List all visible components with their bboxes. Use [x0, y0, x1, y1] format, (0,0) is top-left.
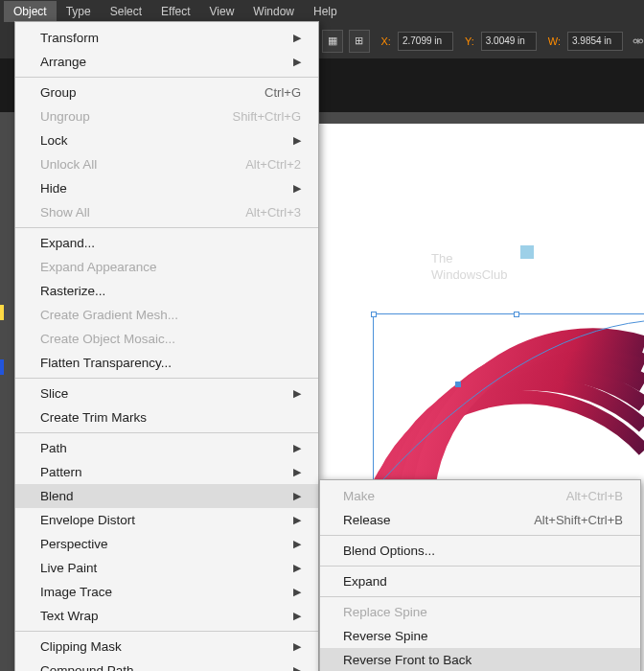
submenu-arrow-icon: ▶ [293, 466, 301, 478]
object-menu-item-hide[interactable]: Hide▶ [15, 176, 318, 200]
blend-menu-item-reverse-front-to-back[interactable]: Reverse Front to Back [320, 648, 640, 671]
menu-item-label: Expand [343, 574, 387, 589]
submenu-arrow-icon: ▶ [293, 182, 301, 195]
blend-menu-item-make: MakeAlt+Ctrl+B [320, 484, 640, 508]
menu-shortcut: Alt+Ctrl+2 [245, 157, 301, 172]
menu-item-label: Envelope Distort [40, 513, 135, 527]
menu-item-label: Path [40, 441, 67, 455]
menu-item-label: Slice [40, 386, 68, 401]
object-menu-item-separator [15, 227, 318, 228]
menu-item-label: Reverse Front to Back [343, 653, 472, 667]
menu-item-label: Make [343, 489, 375, 503]
object-menu-item-clipping-mask[interactable]: Clipping Mask▶ [15, 635, 318, 659]
menu-item-label: Replace Spine [343, 605, 427, 619]
menu-item-label: Transform [40, 31, 99, 45]
menu-shortcut: Ctrl+G [264, 85, 301, 100]
object-menu-item-separator [15, 378, 318, 379]
submenu-arrow-icon: ▶ [293, 387, 301, 400]
object-menu-item-arrange[interactable]: Arrange▶ [15, 50, 318, 74]
object-menu-item-text-wrap[interactable]: Text Wrap▶ [15, 604, 318, 628]
menu-item-label: Image Trace [40, 585, 112, 599]
menu-item-label: Blend Options... [343, 544, 435, 558]
submenu-arrow-icon: ▶ [293, 664, 301, 671]
object-menu-item-rasterize[interactable]: Rasterize... [15, 279, 318, 303]
submenu-arrow-icon: ▶ [293, 442, 301, 454]
menu-shortcut: Alt+Ctrl+3 [245, 205, 301, 220]
blend-menu-item-expand[interactable]: Expand [320, 569, 640, 593]
blend-menu-item-replace-spine: Replace Spine [320, 600, 640, 624]
object-dropdown: Transform▶Arrange▶GroupCtrl+GUngroupShif… [14, 21, 319, 671]
menu-item-label: Create Gradient Mesh... [40, 308, 178, 322]
menu-item-label: Release [343, 513, 391, 527]
menu-item-label: Show All [40, 205, 90, 220]
object-menu-item-live-paint[interactable]: Live Paint▶ [15, 556, 318, 580]
menu-item-label: Compound Path [40, 663, 134, 671]
selection-handle[interactable] [514, 312, 519, 317]
blend-menu-item-blend-options[interactable]: Blend Options... [320, 539, 640, 563]
object-menu-item-separator [15, 432, 318, 433]
object-menu-item-transform[interactable]: Transform▶ [15, 26, 318, 50]
blend-submenu: MakeAlt+Ctrl+BReleaseAlt+Shift+Ctrl+BBle… [319, 479, 641, 671]
menu-shortcut: Alt+Shift+Ctrl+B [534, 513, 623, 527]
submenu-arrow-icon: ▶ [293, 610, 301, 622]
object-menu-item-separator [15, 77, 318, 78]
object-menu-item-envelope-distort[interactable]: Envelope Distort▶ [15, 508, 318, 532]
object-menu-item-create-trim-marks[interactable]: Create Trim Marks [15, 405, 318, 429]
blend-menu-item-separator [320, 596, 640, 597]
menu-item-label: Hide [40, 181, 67, 196]
menu-item-label: Create Object Mosaic... [40, 332, 175, 346]
menu-item-label: Lock [40, 133, 68, 148]
object-menu-item-slice[interactable]: Slice▶ [15, 382, 318, 405]
object-menu-item-expand[interactable]: Expand... [15, 231, 318, 255]
blend-menu-item-separator [320, 566, 640, 567]
object-menu-item-create-object-mosaic: Create Object Mosaic... [15, 327, 318, 351]
menu-shortcut: Shift+Ctrl+G [232, 109, 301, 124]
object-menu-item-blend[interactable]: Blend▶ [15, 484, 318, 508]
object-menu-item-expand-appearance: Expand Appearance [15, 255, 318, 279]
object-menu-item-flatten-transparency[interactable]: Flatten Transparency... [15, 351, 318, 375]
menu-item-label: Unlock All [40, 157, 97, 172]
menu-item-label: Flatten Transparency... [40, 356, 172, 370]
submenu-arrow-icon: ▶ [293, 490, 301, 502]
object-menu-item-pattern[interactable]: Pattern▶ [15, 460, 318, 484]
menu-item-label: Ungroup [40, 109, 90, 124]
blend-menu-item-release[interactable]: ReleaseAlt+Shift+Ctrl+B [320, 508, 640, 532]
object-menu-item-group[interactable]: GroupCtrl+G [15, 81, 318, 104]
object-menu-item-show-all: Show AllAlt+Ctrl+3 [15, 200, 318, 224]
menu-item-label: Reverse Spine [343, 629, 428, 643]
object-menu-item-unlock-all: Unlock AllAlt+Ctrl+2 [15, 152, 318, 176]
menu-item-label: Group [40, 85, 77, 100]
object-menu-item-perspective[interactable]: Perspective▶ [15, 532, 318, 556]
submenu-arrow-icon: ▶ [293, 56, 301, 68]
selection-center-icon [455, 382, 461, 387]
menu-item-label: Rasterize... [40, 284, 105, 298]
blend-menu-item-reverse-spine[interactable]: Reverse Spine [320, 624, 640, 648]
object-menu-item-path[interactable]: Path▶ [15, 436, 318, 460]
blend-menu-item-separator [320, 535, 640, 536]
submenu-arrow-icon: ▶ [293, 640, 301, 653]
menu-item-label: Blend [40, 489, 74, 503]
object-menu-item-lock[interactable]: Lock▶ [15, 128, 318, 152]
object-menu-item-separator [15, 631, 318, 632]
menu-item-label: Arrange [40, 55, 86, 69]
submenu-arrow-icon: ▶ [293, 562, 301, 574]
menu-item-label: Create Trim Marks [40, 410, 147, 425]
submenu-arrow-icon: ▶ [293, 538, 301, 550]
menu-item-label: Pattern [40, 465, 82, 479]
menu-item-label: Perspective [40, 537, 108, 551]
menu-item-label: Text Wrap [40, 609, 99, 623]
submenu-arrow-icon: ▶ [293, 32, 301, 44]
menu-item-label: Clipping Mask [40, 639, 122, 654]
menu-shortcut: Alt+Ctrl+B [566, 489, 623, 503]
submenu-arrow-icon: ▶ [293, 134, 301, 147]
object-menu-item-ungroup: UngroupShift+Ctrl+G [15, 104, 318, 128]
submenu-arrow-icon: ▶ [293, 514, 301, 526]
object-menu-item-compound-path[interactable]: Compound Path▶ [15, 659, 318, 671]
object-menu-item-image-trace[interactable]: Image Trace▶ [15, 580, 318, 604]
menu-item-label: Expand... [40, 236, 95, 250]
menu-item-label: Live Paint [40, 561, 97, 575]
selection-handle[interactable] [371, 312, 377, 317]
submenu-arrow-icon: ▶ [293, 586, 301, 598]
object-menu-item-create-gradient-mesh: Create Gradient Mesh... [15, 303, 318, 327]
menu-item-label: Expand Appearance [40, 260, 157, 274]
